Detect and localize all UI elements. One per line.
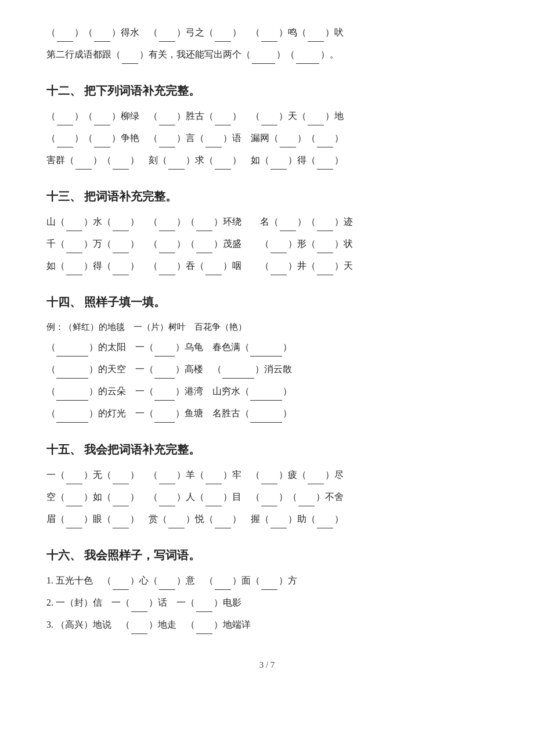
section-twelve: 十二、 把下列词语补充完整。 （）（）柳绿 （）胜古（） （）天（）地 （）（）… [46, 80, 488, 170]
blank[interactable] [215, 30, 231, 42]
s12-line3: 害群（）（） 刻（）求（） 如（）得（） [46, 151, 488, 170]
s13-line1: 山（）水（） （）（）环绕 名（）（）迹 [46, 213, 488, 231]
s15-line2: 空（）如（） （）人（）目 （）（）不舍 [46, 488, 488, 506]
blank[interactable] [57, 30, 73, 42]
section-sixteen-title: 十六、 我会照样子，写词语。 [46, 545, 488, 566]
s14-line1: （）的太阳 一（）乌龟 春色满（） [46, 338, 488, 357]
section-sixteen: 十六、 我会照样子，写词语。 1. 五光十色 （）心（）意 （）面（）方 2. … [46, 545, 488, 634]
s14-example: 例：（鲜红）的地毯 一（片）树叶 百花争（艳） [46, 318, 488, 336]
section-thirteen: 十三、 把词语补充完整。 山（）水（） （）（）环绕 名（）（）迹 千（）万（）… [46, 186, 488, 275]
intro-line-2: 第二行成语都跟（）有关，我还能写出两个（）（）。 [46, 45, 488, 64]
s15-line3: 眉（）眼（） 赏（）悦（） 握（）助（） [46, 510, 488, 528]
blank[interactable] [122, 52, 138, 64]
section-fourteen: 十四、 照样子填一填。 例：（鲜红）的地毯 一（片）树叶 百花争（艳） （）的太… [46, 291, 488, 423]
s16-line2: 2. 一（封）信 一（）话 一（）电影 [46, 593, 488, 612]
section-fifteen: 十五、 我会把词语补充完整。 一（）无（） （）羊（）牢 （）疲（）尽 空（）如… [46, 439, 488, 528]
s12-line1: （）（）柳绿 （）胜古（） （）天（）地 [46, 107, 488, 125]
section-twelve-title: 十二、 把下列词语补充完整。 [46, 80, 488, 101]
s14-line3: （）的云朵 一（）港湾 山穷水（） [46, 382, 488, 401]
blank[interactable] [296, 52, 319, 64]
s13-line2: 千（）万（） （）（）茂盛 （）形（）状 [46, 235, 488, 253]
blank[interactable] [159, 30, 175, 42]
section-fifteen-title: 十五、 我会把词语补充完整。 [46, 439, 488, 460]
blank[interactable] [252, 52, 275, 64]
section-fourteen-title: 十四、 照样子填一填。 [46, 291, 488, 312]
page-footer: 3 / 7 [46, 657, 488, 673]
blank[interactable] [94, 30, 110, 42]
s14-line4: （）的灯光 一（）鱼塘 名胜古（） [46, 404, 488, 423]
blank[interactable] [261, 30, 277, 42]
s14-line2: （）的天空 一（）高楼 （）消云散 [46, 360, 488, 379]
s16-line3: 3. （高兴）地说 （）地走 （）地端详 [46, 615, 488, 634]
intro-section: （）（）得水 （）弓之（） （）鸣（）吠 第二行成语都跟（）有关，我还能写出两个… [46, 23, 488, 64]
blank[interactable] [308, 30, 324, 42]
s13-line3: 如（）得（） （）吞（）咽 （）井（）天 [46, 257, 488, 275]
s16-line1: 1. 五光十色 （）心（）意 （）面（）方 [46, 571, 488, 590]
s15-line1: 一（）无（） （）羊（）牢 （）疲（）尽 [46, 466, 488, 484]
section-thirteen-title: 十三、 把词语补充完整。 [46, 186, 488, 207]
intro-line-1: （）（）得水 （）弓之（） （）鸣（）吠 [46, 23, 488, 42]
s12-line2: （）（）争艳 （）言（）语 漏网（）（） [46, 129, 488, 147]
